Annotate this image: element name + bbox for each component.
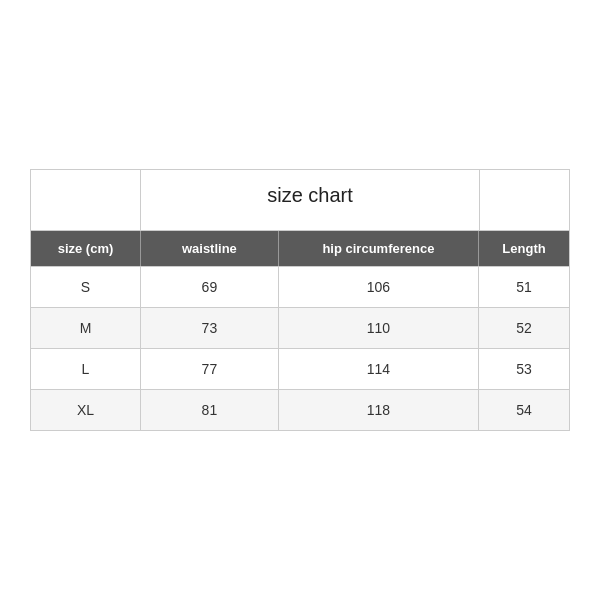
- cell-hip-xl: 118: [279, 390, 479, 430]
- cell-waist-m: 73: [141, 308, 279, 348]
- cell-size-l: L: [31, 349, 141, 389]
- header-size: size (cm): [31, 231, 141, 266]
- cell-waist-s: 69: [141, 267, 279, 307]
- cell-length-l: 53: [479, 349, 569, 389]
- header-row: size (cm) waistline hip circumference Le…: [30, 230, 570, 266]
- title-empty-left: [31, 170, 141, 230]
- cell-waist-l: 77: [141, 349, 279, 389]
- table-row: XL 81 118 54: [30, 389, 570, 431]
- cell-length-m: 52: [479, 308, 569, 348]
- header-length: Length: [479, 231, 569, 266]
- cell-hip-s: 106: [279, 267, 479, 307]
- chart-title: size chart: [141, 170, 479, 230]
- cell-waist-xl: 81: [141, 390, 279, 430]
- cell-length-xl: 54: [479, 390, 569, 430]
- cell-length-s: 51: [479, 267, 569, 307]
- cell-size-xl: XL: [31, 390, 141, 430]
- cell-size-m: M: [31, 308, 141, 348]
- table-row: L 77 114 53: [30, 348, 570, 389]
- size-chart: size chart size (cm) waistline hip circu…: [30, 169, 570, 431]
- cell-hip-m: 110: [279, 308, 479, 348]
- header-hip: hip circumference: [279, 231, 479, 266]
- title-empty-right: [479, 170, 569, 230]
- table-row: M 73 110 52: [30, 307, 570, 348]
- cell-size-s: S: [31, 267, 141, 307]
- title-row: size chart: [30, 169, 570, 230]
- table-row: S 69 106 51: [30, 266, 570, 307]
- header-waistline: waistline: [141, 231, 279, 266]
- cell-hip-l: 114: [279, 349, 479, 389]
